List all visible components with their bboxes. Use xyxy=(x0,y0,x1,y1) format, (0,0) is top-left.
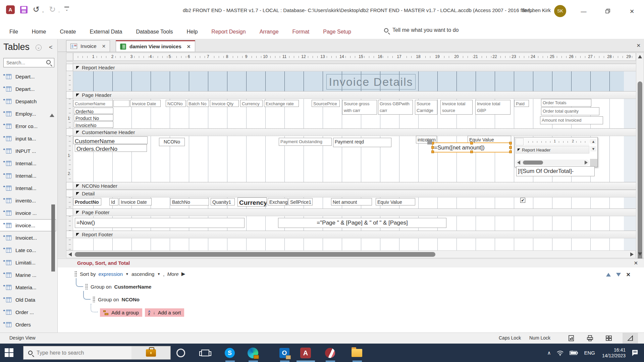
access-icon[interactable]: A xyxy=(300,347,312,359)
nav-table-item[interactable]: ✦INPUT ... xyxy=(0,145,56,157)
nav-table-item[interactable]: ✦Late co... xyxy=(0,244,56,256)
nav-table-item[interactable]: ✦Materia... xyxy=(0,282,56,293)
selected-control-move-handle[interactable] xyxy=(427,140,432,144)
horizontal-ruler[interactable]: 1234567891011121314151617181920212223242… xyxy=(73,53,636,61)
section-selector[interactable] xyxy=(66,190,73,197)
action-center-icon[interactable] xyxy=(631,349,639,357)
nav-scrollbar-thumb[interactable] xyxy=(51,204,55,272)
checkbox-control[interactable]: ✔ xyxy=(520,198,525,203)
add-a-group-button[interactable]: Add a group xyxy=(100,308,142,317)
group-field-label[interactable]: NCONo xyxy=(122,297,140,302)
tab-invoice[interactable]: Invoice ✕ xyxy=(66,40,110,52)
section-selector[interactable] xyxy=(66,208,73,216)
nav-table-item[interactable]: ✦Marine ... xyxy=(0,269,56,281)
selection-handle[interactable] xyxy=(509,150,512,153)
delete-level-icon[interactable]: ✕ xyxy=(626,272,631,278)
vertical-ruler[interactable]: 112 xyxy=(66,61,73,250)
scrollbar-thumb[interactable] xyxy=(638,81,642,274)
tell-me-search[interactable]: Tell me what you want to do xyxy=(384,27,459,33)
scroll-left-icon[interactable] xyxy=(68,252,72,256)
ribbon-tab-create[interactable]: Create xyxy=(60,29,76,35)
task-view-icon[interactable] xyxy=(199,347,211,359)
report-control-order-totals[interactable]: Order Totals xyxy=(541,99,591,107)
group-field-label[interactable]: CustomerName xyxy=(114,284,152,290)
report-control-product-no[interactable]: Product No xyxy=(74,114,113,121)
report-control-currency[interactable]: Currency xyxy=(237,197,267,206)
report-control-sellprice1[interactable]: SellPrice1 xyxy=(288,198,313,205)
drag-grip-icon[interactable] xyxy=(93,296,95,302)
report-control-quanity1[interactable]: Quanity1 xyxy=(211,198,235,205)
close-object-icon[interactable]: ✕ xyxy=(636,43,641,49)
minimize-button[interactable]: — xyxy=(577,6,590,17)
section-bar-report-header[interactable]: Report Header xyxy=(73,64,636,71)
ribbon-tab-file[interactable]: File xyxy=(9,29,18,35)
report-control-invoiceno[interactable]: InvoiceNo xyxy=(74,121,113,128)
file-explorer-icon[interactable] xyxy=(351,347,363,359)
report-control-invoice-total-source[interactable]: Invoice total source xyxy=(440,100,473,115)
subreport-horizontal-scrollbar[interactable] xyxy=(516,160,589,166)
report-control-customername[interactable]: CustomerName xyxy=(73,136,148,144)
subreport-section-bar[interactable]: Report Header xyxy=(516,146,589,154)
report-control-orders-orderno[interactable]: Orders.OrderNo xyxy=(75,144,147,152)
qat-customize-icon[interactable]: ⌄ xyxy=(64,7,69,12)
wifi-icon[interactable] xyxy=(556,350,564,356)
report-control-exchang[interactable]: Exchang xyxy=(268,198,288,205)
selection-handle[interactable] xyxy=(470,142,473,144)
scroll-right-icon[interactable] xyxy=(630,252,634,256)
report-control-orderno[interactable]: OrderNo xyxy=(74,108,113,114)
nav-table-item[interactable]: ✦Invoicet... xyxy=(0,232,56,243)
ribbon-tab-page-setup[interactable]: Page Setup xyxy=(323,29,351,35)
ribbon-tab-external-data[interactable]: External Data xyxy=(90,29,122,35)
scroll-down-icon[interactable] xyxy=(638,252,642,256)
language-indicator[interactable]: ENG xyxy=(584,350,595,356)
report-control-amount-not-invoiced[interactable]: Amount not Invoiced xyxy=(540,116,603,124)
nav-table-item[interactable]: ✦Depart... xyxy=(0,83,56,95)
report-control-payment-reqd[interactable]: Payment reqd xyxy=(333,138,391,147)
design-view-button[interactable] xyxy=(623,333,638,344)
clock[interactable]: 16:41 14/12/2023 xyxy=(602,347,626,359)
group-row-customername[interactable]: Group on CustomerName xyxy=(85,284,151,290)
start-button[interactable] xyxy=(5,348,13,357)
close-button[interactable]: ✕ xyxy=(625,6,639,17)
ribbon-tab-help[interactable]: Help xyxy=(186,29,198,35)
report-control-source-gross-with-carr[interactable]: Source gross with carr xyxy=(342,100,377,115)
report-control-gross-gbpwith-carr[interactable]: Gross GBPwith carr xyxy=(378,100,413,115)
nav-table-item[interactable]: ✦Limitati... xyxy=(0,257,56,268)
nav-table-item[interactable]: ✦Depart... xyxy=(0,71,56,82)
report-control-empty[interactable] xyxy=(113,100,129,107)
report-title-label[interactable]: Invoice Details xyxy=(326,74,416,89)
ribbon-tab-report-design[interactable]: Report Design xyxy=(211,29,246,35)
more-expand-icon[interactable]: ▶ xyxy=(181,271,185,277)
scrollbar-thumb[interactable] xyxy=(523,161,543,165)
report-control-ncono[interactable]: NCONo xyxy=(166,100,186,107)
report-control-ncono[interactable]: NCONo xyxy=(159,138,185,146)
nav-table-item[interactable]: ✦Internal... xyxy=(0,170,56,181)
report-control-invoice-date[interactable]: Invoice Date xyxy=(119,198,152,205)
tab-damien-view-invoices[interactable]: damien View invoices ✕ xyxy=(116,40,195,52)
report-view-button[interactable] xyxy=(564,333,579,344)
section-bar-page-footer[interactable]: Page Footer xyxy=(73,208,636,216)
scroll-left-icon[interactable] xyxy=(517,161,520,165)
selection-handle[interactable] xyxy=(470,150,473,153)
nav-table-item[interactable]: ✦Despatch xyxy=(0,96,56,107)
layout-view-button[interactable] xyxy=(601,333,616,344)
chevron-down-icon[interactable]: ▼ xyxy=(157,272,160,276)
move-up-icon[interactable] xyxy=(606,273,611,277)
group-row-ncono[interactable]: Group on NCONo xyxy=(93,296,140,302)
design-vertical-scrollbar[interactable] xyxy=(636,53,644,258)
more-label[interactable]: More xyxy=(167,271,178,277)
report-control-sourceprice[interactable]: SourcePrice xyxy=(312,100,340,107)
battery-icon[interactable] xyxy=(570,351,578,355)
sort-row[interactable]: Sort by expression ▼ ascending ▼ , More … xyxy=(74,271,185,277)
taskbar-search-input[interactable] xyxy=(37,350,130,356)
gst-close-icon[interactable]: ✕ xyxy=(634,260,638,266)
hidden-icons-chevron[interactable]: ∧ xyxy=(547,350,551,356)
report-control-customername[interactable]: CustomerName xyxy=(73,100,113,107)
sort-field-dropdown[interactable]: expression xyxy=(99,271,123,277)
section-bar-ncono-header[interactable]: NCONo Header xyxy=(73,182,636,190)
nav-scroll-up-icon[interactable] xyxy=(50,114,54,117)
report-control-paid[interactable]: Paid xyxy=(514,100,529,107)
report-control-sum-net-amount[interactable]: =Sum([net amount]) xyxy=(432,142,511,153)
report-control-page-page-of-pages[interactable]: ="Page " & [Page] & " of " & [Pages] xyxy=(278,218,446,228)
section-bar-page-header[interactable]: Page Header xyxy=(73,91,636,99)
